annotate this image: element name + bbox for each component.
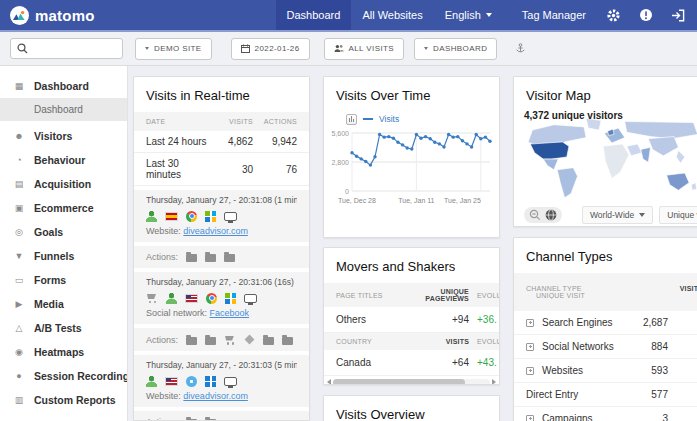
sidebar-item-heatmaps[interactable]: ◉Heatmaps [0,340,127,364]
nav-tag-manager[interactable]: Tag Manager [511,0,597,30]
realtime-summary-row[interactable]: Last 24 hours4,8629,942 [134,131,309,153]
sidebar-item-label: Ecommerce [34,202,94,214]
visits-realtime-widget: Visits in Real-time DATE VISITS ACTIONS … [133,76,310,421]
movers-row[interactable]: Others+94+36. [324,307,499,333]
date-range-button[interactable]: 2022-01-26 [231,38,310,60]
channel-row-direct-entry[interactable]: Direct Entry577 [514,383,697,407]
channel-label: Social Networks [542,341,626,352]
expand-icon[interactable] [526,367,534,375]
detail-label: Website: [146,391,183,401]
visits-over-time-chart[interactable]: 5,6002,8000Tue, Dec 28Tue, Jan 11Tue, Ja… [324,126,499,222]
realtime-table-body: Last 24 hours4,8629,942Last 30 minutes30… [134,131,309,421]
detail-link[interactable]: Facebook [210,308,250,318]
site-selector-button[interactable]: DEMO SITE [135,38,212,60]
export-image-icon[interactable] [346,114,357,125]
sidebar-item-a-b-tests[interactable]: △A/B Tests [0,316,127,340]
visit-entry[interactable]: Thursday, January 27, - 20:31:06 (16s)So… [134,272,309,324]
sidebar-item-dashboard[interactable]: ▦Dashboard [0,74,127,98]
horizontal-scrollbar[interactable] [324,376,499,385]
sidebar-subitem-dashboard[interactable]: Dashboard [0,98,127,121]
visitor-icon [166,293,177,304]
map-region-select[interactable]: World-Wide [582,206,653,224]
realtime-table-header: DATE VISITS ACTIONS [134,112,309,131]
search-box[interactable] [10,38,123,59]
dashboard-selector-button[interactable]: DASHBOARD [414,38,497,60]
expand-icon[interactable] [526,319,534,327]
visit-datetime: Thursday, January 27, - 20:31:03 (5 min … [146,360,297,370]
detail-link[interactable]: diveadvisor.com [183,226,248,236]
sidebar-item-custom-reports[interactable]: ▥Custom Reports [0,388,127,412]
nav-dashboard[interactable]: Dashboard [276,0,352,30]
sidebar-item-acquisition[interactable]: ▤Acquisition [0,172,127,196]
sidebar-item-visitors[interactable]: ☻Visitors [0,124,127,148]
visits-over-time-widget: Visits Over Time Visits 5,6002,8000Tue, … [323,76,500,238]
visitor-icon [146,376,157,387]
windows-icon [205,211,216,222]
heatmaps-icon: ◉ [13,347,25,357]
ab-tests-icon: △ [13,323,25,333]
channel-row-campaigns[interactable]: Campaigns3 [514,407,697,421]
nav-all-websites[interactable]: All Websites [351,0,433,30]
visit-entry[interactable]: Thursday, January 27, - 20:31:08 (1 min … [134,190,309,242]
matomo-logo[interactable]: matomo [10,6,95,25]
expand-icon[interactable] [526,343,534,351]
scroll-right-icon[interactable] [492,379,496,385]
actions-label: Actions: [146,252,178,262]
sidebar-item-session-recordings[interactable]: ●Session Recordings [0,364,127,388]
settings-icon[interactable] [597,0,630,30]
row-evolution: +36. [469,314,499,325]
visitor-map-widget: Visitor Map 4,372 unique visitors [513,76,697,227]
channel-row-websites[interactable]: Websites593 [514,359,697,383]
widget-title: Movers and Shakers [324,248,499,283]
channel-types-body: Search Engines2,6872,Social Networks884W… [514,311,697,421]
zoom-out-icon[interactable] [529,209,541,221]
row-value: +64 [407,357,469,368]
visit-actions-row: Actions: [134,246,309,268]
movers-section-header: PAGE TITLESUNIQUE PAGEVIEWSEVOLUTI [324,283,499,307]
world-map[interactable] [520,114,697,202]
scroll-left-icon[interactable] [327,379,331,385]
detail-label: Social network: [146,308,210,318]
sidebar-item-label: Goals [34,226,63,238]
sidebar-item-forms[interactable]: ▭Forms [0,268,127,292]
column-label-sorted[interactable]: UNIQUE PAGEVIEWS [407,288,469,302]
folder-icon [205,254,216,262]
chevron-down-icon [639,213,645,217]
windows-icon [225,293,236,304]
chart-legend: Visits [324,112,499,126]
sidebar-item-ecommerce[interactable]: ▣Ecommerce [0,196,127,220]
visit-detail: Website: diveadvisor.com [146,391,297,401]
visit-actions-row: Actions: [134,411,309,421]
sidebar: ▦DashboardDashboard☻Visitors◔Behaviour▤A… [0,66,128,421]
desktop-icon [244,294,257,303]
sidebar-item-media[interactable]: ▶Media [0,292,127,316]
realtime-summary-row[interactable]: Last 30 minutes3076 [134,153,309,186]
dashboard-widgets-area: Visits in Real-time DATE VISITS ACTIONS … [128,66,697,421]
channel-row-search-engines[interactable]: Search Engines2,6872, [514,311,697,335]
row-label: Others [336,314,407,325]
sidebar-item-funnels[interactable]: ▼Funnels [0,244,127,268]
visit-entry[interactable]: Thursday, January 27, - 20:31:03 (5 min … [134,355,309,407]
detail-link[interactable]: diveadvisor.com [183,391,248,401]
globe-icon[interactable] [545,209,557,221]
column-label-sorted[interactable]: VISITS [407,338,469,345]
row-evolution: +43. [469,357,499,368]
anchor-icon[interactable] [515,43,526,54]
channel-row-social-networks[interactable]: Social Networks884 [514,335,697,359]
sidebar-item-behaviour[interactable]: ◔Behaviour [0,148,127,172]
signin-icon[interactable] [662,0,697,30]
nav-language-select[interactable]: English [434,0,503,30]
sidebar-item-goals[interactable]: ◎Goals [0,220,127,244]
expand-icon[interactable] [526,415,534,421]
svg-text:5,600: 5,600 [331,130,349,137]
movers-section-header: COUNTRYVISITSEVOLUTI [324,333,499,350]
behaviour-icon: ◔ [13,155,25,165]
map-metric-select[interactable]: Unique visitors [659,206,697,224]
help-icon[interactable] [630,0,662,30]
search-input[interactable] [32,43,112,55]
segment-selector-button[interactable]: ALL VISITS [324,38,405,60]
folder-icon [282,337,293,345]
channel-types-header: CHANNEL TYPE VISITS UNIQUE VISIT [514,273,697,311]
actions-value: 76 [253,164,297,175]
movers-row[interactable]: Canada+64+43. [324,350,499,376]
